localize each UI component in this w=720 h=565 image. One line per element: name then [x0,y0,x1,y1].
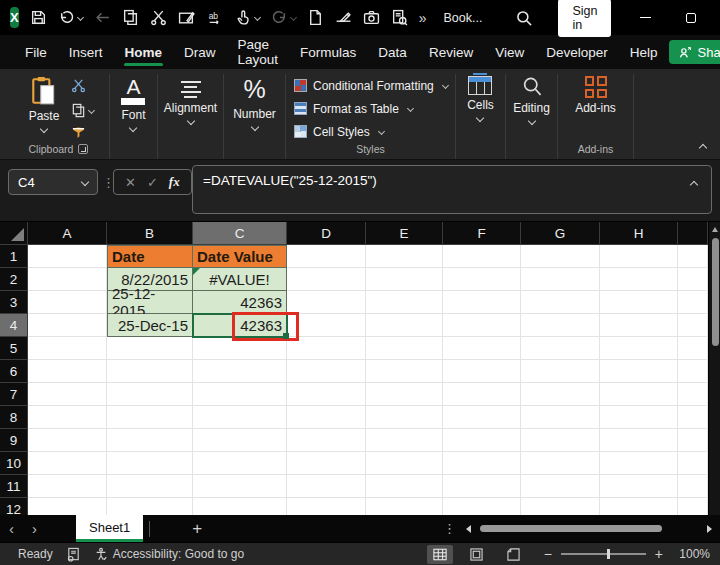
format-painter-button[interactable] [71,124,94,143]
row-header-2[interactable]: 2 [0,268,28,291]
row-header-6[interactable]: 6 [0,360,28,383]
copy-button[interactable] [71,103,94,118]
scroll-up-icon[interactable] [712,227,718,232]
close-button[interactable]: × [714,0,720,35]
row-header-11[interactable]: 11 [0,475,28,498]
column-header-e[interactable]: E [366,222,443,245]
cells-dropdown-icon[interactable] [476,114,484,122]
cell-A7[interactable] [28,383,107,406]
cell-B9[interactable] [107,429,193,452]
row-header-8[interactable]: 8 [0,406,28,429]
cell-D8[interactable] [287,406,366,429]
tab-developer[interactable]: Developer [535,35,619,69]
cell-E11[interactable] [366,475,443,498]
cell-F7[interactable] [443,383,521,406]
cell-F3[interactable] [443,291,521,314]
cell-B5[interactable] [107,337,193,360]
paste-button[interactable]: Paste [23,74,66,134]
zoom-slider-thumb[interactable] [607,549,611,559]
enter-button[interactable]: ✓ [147,175,158,190]
number-button[interactable]: % Number [227,74,282,132]
cell-C4[interactable]: 42363 [193,314,287,337]
cell-B11[interactable] [107,475,193,498]
zoom-slider[interactable] [561,553,646,555]
cell-G7[interactable] [521,383,600,406]
cell-F9[interactable] [443,429,521,452]
row-header-10[interactable]: 10 [0,452,28,475]
new-sheet-button[interactable]: + [192,519,202,539]
cell-H5[interactable] [600,337,678,360]
cell-H10[interactable] [600,452,678,475]
scroll-right-icon[interactable] [707,525,712,533]
column-header-b[interactable]: B [107,222,193,245]
row-header-5[interactable]: 5 [0,337,28,360]
cell-D9[interactable] [287,429,366,452]
cells-button[interactable]: Cells [461,74,500,123]
touch-mode-dropdown-icon[interactable] [254,14,261,21]
qat-overflow-button[interactable]: » [419,10,427,26]
cell-G9[interactable] [521,429,600,452]
tab-file[interactable]: File [14,35,58,69]
cell-H2[interactable] [600,268,678,291]
cell-C10[interactable] [193,452,287,475]
format-as-table-button[interactable]: Format as Table [290,97,413,120]
maximize-button[interactable] [668,0,714,35]
cell-B6[interactable] [107,360,193,383]
cell-C8[interactable] [193,406,287,429]
cancel-button[interactable]: ✕ [125,175,136,190]
cell-G11[interactable] [521,475,600,498]
cell-E9[interactable] [366,429,443,452]
cell-C7[interactable] [193,383,287,406]
cut-button[interactable] [71,78,94,97]
cell-B1[interactable]: Date [107,245,193,268]
horizontal-scroll-track[interactable] [478,524,700,534]
cell-A11[interactable] [28,475,107,498]
cut-button[interactable] [150,9,167,26]
cell-F4[interactable] [443,314,521,337]
search-button[interactable] [515,9,533,27]
cell-G4[interactable] [521,314,600,337]
cell-partial-8[interactable] [678,406,708,429]
cell-F11[interactable] [443,475,521,498]
autocorrect-button[interactable]: ab [206,9,224,26]
cell-D6[interactable] [287,360,366,383]
addins-button[interactable]: Add-ins [569,74,622,117]
camera-button[interactable] [363,9,380,26]
cell-F10[interactable] [443,452,521,475]
cell-E7[interactable] [366,383,443,406]
paste-dropdown-icon[interactable] [40,125,48,133]
cell-E5[interactable] [366,337,443,360]
accessibility-status[interactable]: Accessibility: Good to go [94,547,244,562]
ink-pen-button[interactable] [335,9,352,26]
excel-logo-icon[interactable]: X [10,7,19,28]
cell-C12[interactable] [193,498,287,515]
row-header-1[interactable]: 1 [0,245,28,268]
page-layout-view-button[interactable] [464,545,490,564]
column-header-h[interactable]: H [600,222,678,245]
cell-A3[interactable] [28,291,107,314]
select-all-button[interactable] [0,222,28,245]
cell-G10[interactable] [521,452,600,475]
cell-H3[interactable] [600,291,678,314]
cell-D1[interactable] [287,245,366,268]
cell-E8[interactable] [366,406,443,429]
scroll-left-icon[interactable] [466,525,471,533]
new-file-button[interactable] [307,9,324,26]
editing-button[interactable]: Editing [507,74,556,126]
cell-E2[interactable] [366,268,443,291]
normal-view-button[interactable] [427,545,453,564]
cell-G3[interactable] [521,291,600,314]
cell-E1[interactable] [366,245,443,268]
font-dropdown-icon[interactable] [129,124,137,132]
paste-special-button[interactable] [178,9,195,26]
cell-C1[interactable]: Date Value [193,245,287,268]
fill-handle[interactable] [283,333,289,339]
share-button[interactable]: Share [669,40,720,64]
cell-H11[interactable] [600,475,678,498]
cell-styles-button[interactable]: Cell Styles [290,120,384,143]
cell-D3[interactable] [287,291,366,314]
vertical-scroll-thumb[interactable] [712,238,719,346]
cell-A2[interactable] [28,268,107,291]
cell-D12[interactable] [287,498,366,515]
collapse-formula-bar-icon[interactable] [690,181,698,189]
